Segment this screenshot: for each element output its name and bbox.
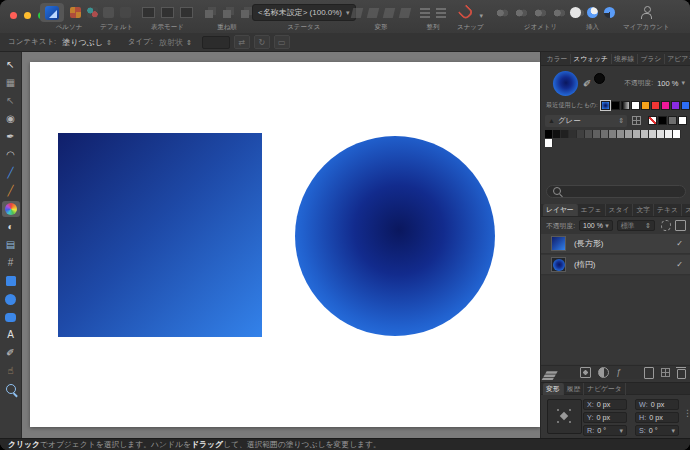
- shear-icon[interactable]: [351, 8, 363, 18]
- add-layer-icon[interactable]: [644, 367, 654, 379]
- align-icon[interactable]: [420, 8, 430, 18]
- gray-swatch[interactable]: [641, 130, 649, 138]
- swatch-search-input[interactable]: [546, 185, 686, 198]
- move-forward-icon[interactable]: [223, 10, 231, 18]
- pixel-persona-icon[interactable]: [70, 7, 81, 18]
- anchor-point-selector[interactable]: [547, 399, 582, 434]
- layer-row-ellipse[interactable]: (楕円) ✓: [541, 255, 690, 275]
- insert-behind-icon[interactable]: [570, 7, 581, 18]
- layers-empty-area[interactable]: [541, 276, 690, 364]
- link-dimensions-icon[interactable]: ⋮: [683, 408, 690, 418]
- insert-on-top-icon[interactable]: [604, 7, 615, 18]
- retina-view-icon[interactable]: [180, 7, 193, 18]
- vector-crop-tool[interactable]: #: [2, 255, 20, 271]
- orange-swatch[interactable]: [641, 101, 650, 110]
- add-icon[interactable]: [496, 8, 509, 18]
- mask-layer-icon[interactable]: [580, 367, 591, 378]
- x-field[interactable]: X: 0 px: [583, 399, 627, 410]
- snapping-options-caret-icon[interactable]: [480, 4, 484, 22]
- edit-all-layers-icon[interactable]: [675, 220, 686, 231]
- move-backward-icon[interactable]: [241, 10, 249, 18]
- text-tool[interactable]: A: [2, 327, 20, 343]
- document-defaults-icon[interactable]: [103, 7, 114, 18]
- document-page[interactable]: [30, 62, 540, 427]
- rotate-icon[interactable]: [367, 8, 379, 18]
- blend-mode-dropdown[interactable]: 標準: [617, 220, 655, 231]
- layers-panel-tab[interactable]: レイヤー: [543, 204, 578, 216]
- white-swatch[interactable]: [678, 116, 687, 125]
- ellipse-tool[interactable]: [2, 291, 20, 307]
- purple-swatch[interactable]: [671, 101, 680, 110]
- swatch-grid-view-icon[interactable]: [632, 116, 641, 125]
- gray-swatch[interactable]: [633, 130, 641, 138]
- gray-swatch[interactable]: [673, 130, 681, 138]
- color-picker-tool[interactable]: ✐: [2, 345, 20, 361]
- gray-swatch[interactable]: [625, 130, 633, 138]
- gray-swatch[interactable]: [593, 130, 601, 138]
- document-status-dropdown[interactable]: <名称未設定> (100.0%): [252, 4, 356, 21]
- blue-swatch[interactable]: [681, 101, 690, 110]
- canvas-area[interactable]: [22, 52, 540, 438]
- minimize-button[interactable]: [24, 12, 31, 19]
- gray-swatch[interactable]: [569, 130, 577, 138]
- studio-tab[interactable]: スウォッチ: [571, 54, 612, 64]
- intersect-icon[interactable]: [534, 8, 547, 18]
- corner-tool[interactable]: ◠: [2, 147, 20, 163]
- move-tool[interactable]: ↖: [2, 57, 20, 73]
- gray-swatch[interactable]: [649, 130, 657, 138]
- rectangle-shape[interactable]: [58, 133, 262, 337]
- subtract-icon[interactable]: [515, 8, 528, 18]
- layers-stack-icon[interactable]: [545, 371, 557, 373]
- gray-swatch[interactable]: [657, 130, 665, 138]
- insert-inside-icon[interactable]: [587, 7, 598, 18]
- studio-tab[interactable]: カラー: [544, 54, 571, 64]
- rectangle-tool[interactable]: [2, 273, 20, 289]
- studio-tab[interactable]: アピアランス: [665, 54, 690, 64]
- y-field[interactable]: Y: 0 px: [583, 412, 627, 423]
- reverse-gradient-button[interactable]: ⇄: [234, 35, 250, 49]
- studio-tab[interactable]: 境界線: [612, 54, 638, 64]
- gray-swatch[interactable]: [577, 130, 585, 138]
- transform-panel-tab[interactable]: ナビゲータ: [584, 383, 626, 395]
- layer-visibility-check[interactable]: ✓: [676, 239, 683, 248]
- point-transform-tool[interactable]: ◉: [2, 111, 20, 127]
- gray-swatch[interactable]: [585, 130, 593, 138]
- black-swatch[interactable]: [658, 116, 667, 125]
- layers-panel-tab[interactable]: スタイ: [606, 204, 634, 216]
- pencil-tool[interactable]: ╱: [2, 183, 20, 199]
- gray-swatch[interactable]: [668, 116, 677, 125]
- gradient-position-field[interactable]: [202, 36, 230, 49]
- adjustment-layer-icon[interactable]: [598, 367, 609, 378]
- width-field[interactable]: W: 0 px: [635, 399, 679, 410]
- blend-options-gear-icon[interactable]: [661, 220, 672, 231]
- gray-swatch[interactable]: [561, 130, 569, 138]
- secondary-color-swatch[interactable]: [594, 73, 605, 84]
- gradient-type-dropdown[interactable]: 放射状: [159, 37, 192, 48]
- vector-view-icon[interactable]: [142, 7, 155, 18]
- height-field[interactable]: H: 0 px: [635, 412, 679, 423]
- pixel-view-icon[interactable]: [161, 7, 174, 18]
- shear-field[interactable]: S: 0 °: [635, 425, 679, 436]
- distribute-icon[interactable]: [436, 8, 446, 18]
- designer-persona-button[interactable]: [40, 3, 64, 22]
- transparency-tool[interactable]: ◐: [2, 219, 20, 235]
- layer-effects-icon[interactable]: ƒ: [616, 368, 621, 377]
- layer-row-rectangle[interactable]: (長方形) ✓: [541, 234, 690, 254]
- layer-visibility-check[interactable]: ✓: [676, 260, 683, 269]
- delete-layer-icon[interactable]: [677, 369, 686, 379]
- black-swatch[interactable]: [611, 101, 620, 110]
- no-fill-swatch[interactable]: [648, 116, 657, 125]
- opacity-value[interactable]: 100 %: [657, 79, 678, 88]
- gray-swatch[interactable]: [601, 130, 609, 138]
- flip-horizontal-icon[interactable]: [383, 8, 395, 18]
- blue-gradient-swatch[interactable]: [601, 101, 610, 110]
- layers-panel-tab[interactable]: エフェ: [578, 204, 606, 216]
- layers-panel-tab[interactable]: 文字: [633, 204, 654, 216]
- ellipse-shape[interactable]: [295, 136, 495, 336]
- flip-vertical-icon[interactable]: [399, 8, 411, 18]
- gray-swatch[interactable]: [609, 130, 617, 138]
- move-to-front-icon[interactable]: [205, 10, 213, 18]
- rounded-rectangle-tool[interactable]: [2, 309, 20, 325]
- transform-panel-tab[interactable]: 変形: [543, 383, 564, 395]
- gray-swatch[interactable]: [617, 130, 625, 138]
